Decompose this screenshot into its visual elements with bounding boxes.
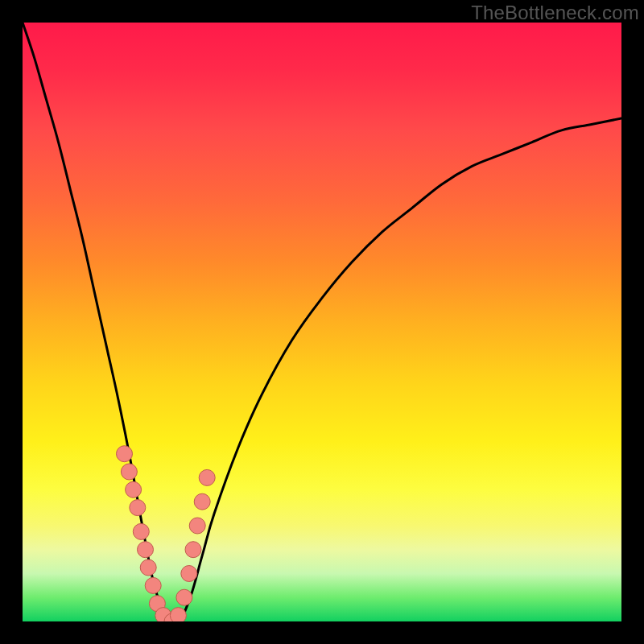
- curve-marker: [140, 559, 156, 576]
- curve-marker: [130, 500, 146, 516]
- watermark-text: TheBottleneck.com: [471, 2, 639, 24]
- chart-frame: TheBottleneck.com: [0, 0, 644, 644]
- curve-marker: [117, 446, 133, 462]
- curve-marker: [121, 464, 137, 480]
- curve-marker: [199, 469, 215, 485]
- curve-marker: [170, 608, 186, 621]
- curve-marker: [145, 577, 161, 593]
- bottleneck-curve: [23, 23, 621, 621]
- curve-marker: [185, 542, 201, 558]
- curve-marker: [133, 523, 149, 539]
- curve-marker: [181, 566, 197, 582]
- curve-layer: [23, 23, 621, 621]
- curve-marker: [189, 518, 205, 534]
- curve-marker: [194, 493, 210, 510]
- curve-marker: [126, 481, 142, 497]
- curve-marker: [138, 542, 154, 558]
- plot-area: [23, 23, 621, 621]
- curve-marker: [176, 589, 192, 605]
